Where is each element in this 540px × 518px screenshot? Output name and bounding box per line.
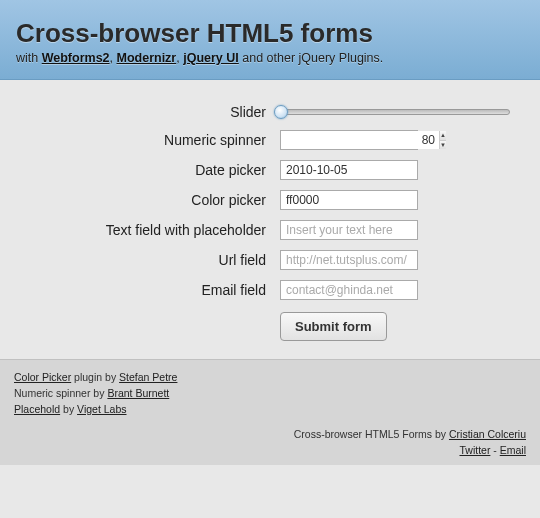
link-stefan-petre[interactable]: Stefan Petre xyxy=(119,371,177,383)
footer-line-1: Color Picker plugin by Stefan Petre xyxy=(14,370,526,386)
url-input[interactable] xyxy=(280,250,418,270)
link-webforms2[interactable]: Webforms2 xyxy=(42,51,110,65)
link-placehold[interactable]: Placehold xyxy=(14,403,60,415)
numeric-spinner: ▲ ▼ xyxy=(280,130,418,150)
date-input[interactable] xyxy=(280,160,418,180)
link-viget-labs[interactable]: Viget Labs xyxy=(77,403,126,415)
form-area: Slider Numeric spinner ▲ ▼ Date picker C… xyxy=(0,80,540,359)
slider-handle[interactable] xyxy=(274,105,288,119)
page-title: Cross-browser HTML5 forms xyxy=(16,18,524,49)
footer-credit: Cross-browser HTML5 Forms by Cristian Co… xyxy=(14,427,526,443)
color-label: Color picker xyxy=(20,192,280,208)
link-jquery-ui[interactable]: jQuery UI xyxy=(183,51,239,65)
text-input[interactable] xyxy=(280,220,418,240)
spinner-label: Numeric spinner xyxy=(20,132,280,148)
link-modernizr[interactable]: Modernizr xyxy=(117,51,177,65)
text-label: Text field with placeholder xyxy=(20,222,280,238)
url-label: Url field xyxy=(20,252,280,268)
slider-label: Slider xyxy=(20,104,280,120)
link-email[interactable]: Email xyxy=(500,444,526,456)
spinner-input[interactable] xyxy=(281,131,439,149)
submit-button[interactable]: Submit form xyxy=(280,312,387,341)
spinner-up-button[interactable]: ▲ xyxy=(440,131,446,140)
email-input[interactable] xyxy=(280,280,418,300)
spinner-down-button[interactable]: ▼ xyxy=(440,140,446,150)
date-label: Date picker xyxy=(20,162,280,178)
link-color-picker[interactable]: Color Picker xyxy=(14,371,71,383)
link-twitter[interactable]: Twitter xyxy=(459,444,490,456)
footer-line-3: Placehold by Viget Labs xyxy=(14,402,526,418)
slider-input[interactable] xyxy=(280,109,510,115)
page-subtitle: with Webforms2, Modernizr, jQuery UI and… xyxy=(16,51,524,65)
footer-contact: Twitter - Email xyxy=(14,443,526,459)
page-header: Cross-browser HTML5 forms with Webforms2… xyxy=(0,0,540,80)
link-cristian-colceriu[interactable]: Cristian Colceriu xyxy=(449,428,526,440)
page-footer: Color Picker plugin by Stefan Petre Nume… xyxy=(0,359,540,465)
email-label: Email field xyxy=(20,282,280,298)
link-brant-burnett[interactable]: Brant Burnett xyxy=(107,387,169,399)
color-input[interactable] xyxy=(280,190,418,210)
footer-line-2: Numeric spinner by Brant Burnett xyxy=(14,386,526,402)
